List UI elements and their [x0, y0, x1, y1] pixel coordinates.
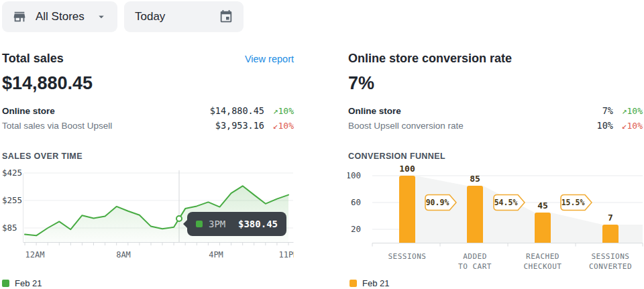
trend-value: 10% [278, 121, 294, 131]
metric-value: 10% [597, 120, 613, 131]
funnel-chart-legend: Feb 21 [350, 278, 389, 288]
metric-row: Boost Upsell conversion rate 10% ↙10% [348, 118, 643, 133]
store-selector-label: All Stores [36, 10, 85, 23]
conversion-funnel-title: CONVERSION FUNNEL [348, 152, 643, 161]
trend-up-icon: ↗ [622, 106, 627, 116]
legend-swatch-green [2, 280, 9, 287]
legend-label: Feb 21 [362, 278, 389, 288]
conversion-header: Online store conversion rate [348, 47, 643, 66]
trend-indicator: ↗10% [613, 106, 643, 116]
svg-text:12AM: 12AM [25, 250, 45, 259]
chevron-down-icon [95, 11, 107, 23]
conversion-funnel-chart[interactable]: 10060201008545790.9%54.5%15.5%SESSIONSAD… [347, 164, 644, 275]
total-sales-header: Total sales View report [2, 47, 294, 66]
legend-label: Feb 21 [15, 278, 42, 288]
calendar-icon [219, 9, 233, 24]
svg-text:54.5%: 54.5% [494, 198, 518, 207]
svg-text:15.5%: 15.5% [561, 198, 585, 207]
metric-label: Online store [348, 106, 401, 116]
sales-over-time-title: SALES OVER TIME [2, 152, 294, 161]
svg-text:100: 100 [347, 170, 361, 180]
svg-text:7: 7 [608, 213, 613, 223]
svg-text:ADDED: ADDED [463, 252, 487, 261]
svg-text:SESSIONS: SESSIONS [388, 252, 427, 261]
tooltip-time: 3PM [209, 219, 225, 229]
metric-label: Total sales via Boost Upsell [2, 121, 112, 131]
total-sales-panel: Total sales View report $14,880.45 Onlin… [2, 47, 294, 161]
svg-text:$425: $425 [2, 168, 22, 178]
trend-value: 10% [278, 106, 294, 116]
metric-value: $3,953.16 [215, 120, 264, 131]
metric-label: Online store [2, 106, 55, 116]
svg-text:45: 45 [537, 200, 548, 211]
svg-text:11PM: 11PM [279, 250, 294, 259]
svg-text:100: 100 [399, 164, 415, 174]
date-selector-label: Today [135, 10, 165, 23]
store-icon [12, 9, 27, 24]
view-report-link[interactable]: View report [245, 54, 294, 64]
metric-value: $14,880.45 [210, 105, 264, 116]
legend-swatch-amber [350, 280, 357, 287]
svg-text:90.9%: 90.9% [426, 198, 449, 207]
svg-text:SESSIONS: SESSIONS [592, 252, 630, 261]
total-sales-value: $14,880.45 [2, 73, 294, 94]
metric-row: Online store $14,880.45 ↗10% [2, 103, 294, 118]
conversion-metrics: Online store 7% ↗10% Boost Upsell conver… [348, 103, 643, 133]
svg-text:20: 20 [351, 224, 361, 234]
topbar: All Stores Today [2, 1, 244, 32]
svg-text:60: 60 [351, 197, 361, 207]
metric-value: 7% [602, 105, 613, 116]
analytics-dashboard: All Stores Today Total sales View report… [0, 0, 644, 289]
trend-down-icon: ↙ [273, 121, 278, 131]
series-swatch [196, 221, 203, 227]
trend-value: 10% [627, 106, 643, 116]
svg-text:4PM: 4PM [209, 250, 223, 259]
trend-value: 10% [627, 121, 643, 131]
svg-text:CONVERTED: CONVERTED [589, 262, 632, 271]
metric-label: Boost Upsell conversion rate [348, 121, 464, 131]
svg-text:REACHED: REACHED [526, 252, 559, 261]
sales-chart-legend: Feb 21 [2, 278, 42, 288]
trend-indicator: ↙10% [613, 121, 643, 131]
trend-up-icon: ↗ [273, 106, 278, 116]
svg-text:$255: $255 [2, 195, 22, 205]
conversion-value: 7% [348, 73, 643, 94]
svg-text:TO CART: TO CART [458, 262, 492, 271]
tooltip-value: $380.45 [238, 219, 278, 229]
store-selector-button[interactable]: All Stores [2, 1, 117, 32]
svg-text:8AM: 8AM [116, 250, 131, 259]
metric-row: Total sales via Boost Upsell $3,953.16 ↙… [2, 118, 294, 133]
svg-text:$85: $85 [2, 223, 17, 233]
total-sales-metrics: Online store $14,880.45 ↗10% Total sales… [2, 103, 294, 133]
trend-indicator: ↙10% [264, 121, 294, 131]
svg-text:85: 85 [470, 174, 480, 184]
metric-row: Online store 7% ↗10% [348, 103, 643, 118]
svg-text:CHECKOUT: CHECKOUT [524, 262, 562, 271]
panel-title: Total sales [2, 52, 64, 66]
trend-indicator: ↗10% [264, 106, 294, 116]
trend-down-icon: ↙ [622, 121, 627, 131]
panel-title: Online store conversion rate [348, 52, 512, 66]
chart-tooltip: 3PM $380.45 [187, 212, 286, 236]
conversion-panel: Online store conversion rate 7% Online s… [348, 47, 643, 161]
date-selector-button[interactable]: Today [124, 1, 244, 32]
